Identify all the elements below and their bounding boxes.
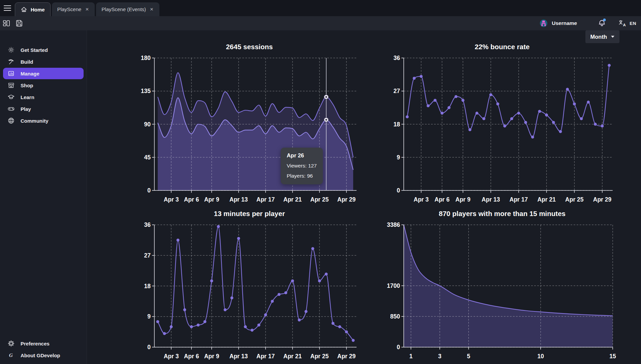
analytics-icon bbox=[7, 70, 15, 77]
svg-text:Apr 25: Apr 25 bbox=[310, 196, 329, 203]
retention-plot[interactable]: 0850170033861351015 bbox=[384, 220, 620, 364]
language-selector[interactable]: A EN bbox=[619, 20, 636, 27]
svg-text:Apr 9: Apr 9 bbox=[204, 353, 219, 360]
sidebar: Get Started Build Manage Shop bbox=[0, 30, 87, 364]
analytics-dashboard: Month 2645 sessions 04590135180Apr 3Apr … bbox=[87, 30, 641, 364]
svg-text:27: 27 bbox=[394, 88, 400, 94]
sidebar-item-label: Build bbox=[21, 59, 33, 65]
svg-text:Apr 29: Apr 29 bbox=[337, 196, 356, 203]
svg-text:A: A bbox=[623, 23, 626, 27]
period-label: Month bbox=[590, 34, 607, 40]
sidebar-item-play[interactable]: Play bbox=[0, 103, 87, 115]
toolbar: Username A EN bbox=[0, 16, 641, 30]
sidebar-item-label: Get Started bbox=[21, 47, 48, 53]
tooltip-viewers: Viewers: 127 bbox=[287, 163, 317, 169]
sidebar-footer: Preferences G About GDevelop bbox=[0, 338, 87, 361]
save-icon bbox=[16, 20, 23, 27]
svg-text:36: 36 bbox=[394, 55, 400, 61]
sidebar-item-preferences[interactable]: Preferences bbox=[0, 338, 87, 349]
svg-text:1: 1 bbox=[409, 353, 413, 360]
chart-tooltip: Apr 26 Viewers: 127 Players: 96 bbox=[281, 148, 323, 184]
svg-text:850: 850 bbox=[390, 313, 400, 320]
chart-title: 13 minutes per player bbox=[135, 207, 364, 220]
svg-text:0: 0 bbox=[397, 187, 400, 194]
sidebar-item-label: Community bbox=[21, 118, 49, 124]
save-button[interactable] bbox=[13, 17, 26, 29]
main-menu-button[interactable] bbox=[0, 0, 15, 16]
svg-text:Apr 6: Apr 6 bbox=[434, 196, 450, 203]
sidebar-item-label: Play bbox=[21, 106, 31, 112]
chart-title: 22% bounce rate bbox=[384, 40, 620, 53]
svg-text:Apr 25: Apr 25 bbox=[565, 196, 584, 203]
svg-text:Apr 29: Apr 29 bbox=[593, 196, 612, 203]
svg-text:5: 5 bbox=[467, 353, 470, 360]
tooltip-date: Apr 26 bbox=[287, 152, 317, 159]
tab-label: PlayScene bbox=[57, 6, 82, 12]
toolbar-right: Username A EN bbox=[540, 16, 636, 30]
svg-text:18: 18 bbox=[394, 121, 400, 128]
svg-text:Apr 13: Apr 13 bbox=[230, 196, 248, 203]
sidebar-item-manage[interactable]: Manage bbox=[3, 68, 84, 79]
svg-text:0: 0 bbox=[147, 344, 151, 351]
user-chip[interactable]: Username bbox=[540, 19, 577, 27]
sidebar-item-learn[interactable]: Learn bbox=[0, 91, 87, 103]
close-icon[interactable]: × bbox=[149, 6, 154, 12]
svg-text:Apr 6: Apr 6 bbox=[184, 196, 199, 203]
avatar bbox=[540, 19, 548, 27]
sidebar-item-community[interactable]: Community bbox=[0, 115, 87, 126]
sidebar-item-label: About GDevelop bbox=[21, 353, 60, 358]
open-project-manager-button[interactable] bbox=[0, 17, 13, 29]
svg-text:Apr 13: Apr 13 bbox=[482, 196, 500, 203]
language-code: EN bbox=[630, 21, 636, 26]
notifications-button[interactable] bbox=[598, 19, 606, 28]
bell-icon bbox=[598, 19, 606, 27]
svg-text:0: 0 bbox=[397, 344, 400, 351]
gdevelop-logo-icon: G bbox=[7, 352, 15, 359]
tab-bar: Home PlayScene × PlayScene (Events) × bbox=[0, 0, 641, 16]
sidebar-item-build[interactable]: Build bbox=[0, 56, 87, 67]
svg-text:Apr 21: Apr 21 bbox=[283, 353, 302, 360]
hamburger-icon bbox=[4, 4, 11, 12]
tab-playscene-events[interactable]: PlayScene (Events) × bbox=[96, 2, 159, 16]
tab-home[interactable]: Home bbox=[15, 2, 51, 16]
sidebar-item-about-gdevelop[interactable]: G About GDevelop bbox=[0, 350, 87, 361]
svg-text:3386: 3386 bbox=[387, 221, 400, 228]
svg-text:Apr 9: Apr 9 bbox=[204, 196, 219, 203]
svg-text:180: 180 bbox=[141, 55, 151, 61]
svg-text:45: 45 bbox=[144, 154, 151, 161]
gear-icon bbox=[7, 340, 15, 347]
svg-text:3: 3 bbox=[438, 353, 441, 360]
chart-title: 2645 sessions bbox=[135, 40, 364, 53]
svg-text:Apr 25: Apr 25 bbox=[310, 353, 329, 360]
svg-text:Apr 17: Apr 17 bbox=[510, 196, 528, 203]
svg-text:Apr 17: Apr 17 bbox=[256, 196, 275, 203]
svg-text:Apr 13: Apr 13 bbox=[230, 353, 248, 360]
sessions-plot[interactable]: 04590135180Apr 3Apr 6Apr 9Apr 13Apr 17Ap… bbox=[135, 53, 364, 207]
tooltip-players: Players: 96 bbox=[287, 173, 317, 179]
minutes-per-player-plot[interactable]: 09182736Apr 3Apr 6Apr 9Apr 13Apr 17Apr 2… bbox=[135, 220, 364, 364]
svg-text:Apr 17: Apr 17 bbox=[256, 353, 275, 360]
svg-text:9: 9 bbox=[397, 154, 400, 161]
chevron-down-icon bbox=[611, 36, 614, 38]
sidebar-list: Get Started Build Manage Shop bbox=[0, 44, 87, 127]
home-icon bbox=[21, 6, 27, 13]
sidebar-item-label: Preferences bbox=[21, 341, 50, 346]
svg-text:10: 10 bbox=[537, 353, 544, 360]
svg-text:15: 15 bbox=[609, 353, 616, 360]
graduation-cap-icon bbox=[7, 93, 15, 101]
storefront-icon bbox=[7, 82, 15, 89]
svg-text:Apr 3: Apr 3 bbox=[164, 196, 179, 203]
pickaxe-icon bbox=[7, 58, 15, 65]
bounce-rate-chart: 22% bounce rate 09182736Apr 3Apr 6Apr 9A… bbox=[384, 40, 620, 207]
sidebar-item-label: Shop bbox=[21, 83, 33, 88]
sidebar-item-shop[interactable]: Shop bbox=[0, 80, 87, 91]
sidebar-item-get-started[interactable]: Get Started bbox=[0, 44, 87, 56]
chart-title: 870 players with more than 15 minutes bbox=[384, 207, 620, 220]
svg-text:27: 27 bbox=[144, 252, 151, 259]
svg-text:1700: 1700 bbox=[387, 282, 400, 289]
layout-icon bbox=[3, 20, 10, 27]
tab-playscene[interactable]: PlayScene × bbox=[52, 2, 95, 16]
sidebar-item-label: Learn bbox=[21, 94, 34, 100]
bounce-rate-plot[interactable]: 09182736Apr 3Apr 6Apr 9Apr 13Apr 17Apr 2… bbox=[384, 53, 620, 207]
close-icon[interactable]: × bbox=[85, 6, 89, 12]
